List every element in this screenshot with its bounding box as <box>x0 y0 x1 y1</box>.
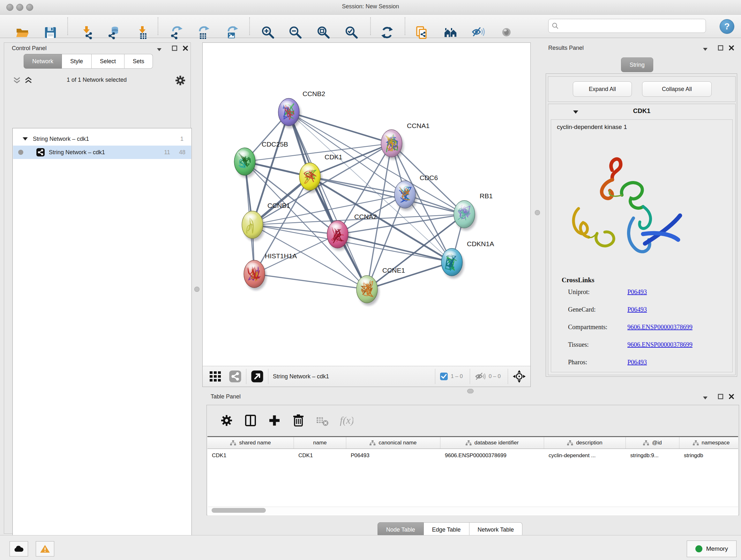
crosslink-value[interactable]: 9606.ENSP00000378699 <box>627 341 692 348</box>
expand-all-button[interactable]: Expand All <box>573 81 632 97</box>
cell-name[interactable]: CDK1 <box>294 452 346 459</box>
node-CCNB1[interactable]: CCNB1 <box>242 202 290 241</box>
export-image-button[interactable] <box>223 24 240 41</box>
table-hscrollbar[interactable] <box>208 507 738 514</box>
tab-network[interactable]: Network <box>23 54 62 69</box>
hscroll-thumb[interactable] <box>212 508 266 513</box>
right-splitter-handle[interactable] <box>535 210 540 215</box>
float-panel-icon[interactable] <box>172 45 178 51</box>
hidden-eye-icon[interactable] <box>475 372 486 381</box>
split-panel-button[interactable] <box>242 412 259 429</box>
close-panel-icon[interactable] <box>182 45 189 51</box>
collapse-panel-icon[interactable] <box>157 48 162 51</box>
column-namespace-icon <box>369 440 376 446</box>
cell-description[interactable]: cyclin-dependent ... <box>544 452 626 459</box>
table-close-icon[interactable] <box>728 393 735 400</box>
delete-column-button[interactable] <box>290 412 307 429</box>
cell-shared-name[interactable]: CDK1 <box>207 452 294 459</box>
open-session-button[interactable] <box>14 24 30 41</box>
grid-mode-icon[interactable] <box>208 370 223 383</box>
zoom-selected-button[interactable] <box>343 24 360 41</box>
node-CCNB2[interactable]: CCNB2 <box>278 90 325 128</box>
node-HIST1H1A[interactable]: HIST1H1A <box>244 252 297 290</box>
delete-table-button[interactable] <box>314 412 331 429</box>
birdseye-view-icon[interactable] <box>251 370 264 383</box>
crosslink-value[interactable]: P06493 <box>627 359 647 366</box>
network-options-gear-icon[interactable] <box>175 75 186 86</box>
node-RB1[interactable]: RB1 <box>454 192 493 231</box>
edge-CCNA2-CDKN1A[interactable] <box>338 234 452 262</box>
selected-checkbox-icon[interactable] <box>440 372 448 381</box>
tab-sets[interactable]: Sets <box>125 54 153 69</box>
cell-database-identifier[interactable]: 9606.ENSP00000378699 <box>441 452 544 459</box>
fit-selected-crosshair-icon[interactable] <box>513 370 526 383</box>
network-overview-button[interactable] <box>442 24 459 41</box>
network-row-selected[interactable]: String Network – cdk1 11 48 <box>13 145 191 159</box>
memory-button[interactable]: Memory <box>687 541 737 557</box>
edge-HIST1H1A-CCNE1[interactable] <box>254 274 367 289</box>
warnings-button[interactable] <box>36 541 54 557</box>
zoom-out-button[interactable] <box>287 24 304 41</box>
node-CCNA1[interactable]: CCNA1 <box>381 122 429 160</box>
search-box[interactable] <box>548 19 706 33</box>
add-column-button[interactable] <box>266 412 283 429</box>
column-header-shared-name[interactable]: shared name <box>207 437 294 449</box>
collapse-all-networks-icon[interactable] <box>12 76 21 84</box>
clone-network-button[interactable] <box>414 24 430 41</box>
import-table-from-file-button[interactable] <box>134 24 151 41</box>
tab-style[interactable]: Style <box>62 54 91 69</box>
edge-CCNB2-RB1[interactable] <box>289 112 464 214</box>
save-session-button[interactable] <box>42 24 59 41</box>
export-network-button[interactable] <box>168 24 185 41</box>
edge-CCNB2-CCNA1[interactable] <box>289 112 392 143</box>
column-header-description[interactable]: description <box>544 437 626 449</box>
results-collapse-icon[interactable] <box>703 47 708 51</box>
edge-CDKN1A-CCNE1[interactable] <box>367 262 452 289</box>
show-all-button[interactable] <box>498 24 515 41</box>
hide-selected-button[interactable] <box>470 24 487 41</box>
column-header-namespace[interactable]: namespace <box>679 437 738 449</box>
column-settings-button[interactable] <box>218 412 235 429</box>
cloud-button[interactable] <box>10 541 28 557</box>
cell-namespace[interactable]: stringdb <box>679 452 738 459</box>
table-collapse-icon[interactable] <box>703 396 708 400</box>
left-splitter-handle[interactable] <box>194 287 199 292</box>
crosslink-value[interactable]: 9606.ENSP00000378699 <box>627 323 692 330</box>
apply-layout-button[interactable] <box>379 24 395 41</box>
column-header-database-identifier[interactable]: database identifier <box>441 437 544 449</box>
column-header-name[interactable]: name <box>294 437 346 449</box>
network-share-gray-icon[interactable] <box>229 370 242 383</box>
node-CDKN1A[interactable]: CDKN1A <box>441 240 494 278</box>
import-network-from-database-button[interactable] <box>105 24 122 41</box>
expand-all-networks-icon[interactable] <box>24 76 33 84</box>
network-edge-count: 48 <box>179 149 185 156</box>
collection-expander-icon[interactable] <box>22 137 28 141</box>
table-float-icon[interactable] <box>718 393 724 400</box>
function-builder-button[interactable]: f(x) <box>338 412 354 429</box>
zoom-in-button[interactable] <box>260 24 276 41</box>
zoom-fit-button[interactable] <box>315 24 332 41</box>
export-table-button[interactable] <box>195 24 211 41</box>
bottom-splitter-handle[interactable] <box>467 389 474 393</box>
results-float-icon[interactable] <box>718 45 724 51</box>
cell-@id[interactable]: stringdb:9... <box>626 452 679 459</box>
cell-canonical-name[interactable]: P06493 <box>346 452 441 459</box>
network-collection-row[interactable]: String Network – cdk1 1 <box>13 132 191 145</box>
search-input[interactable] <box>561 22 702 29</box>
tab-string[interactable]: String <box>621 57 653 72</box>
edge-CCNB2-CCNE1[interactable] <box>289 112 367 289</box>
tab-select[interactable]: Select <box>91 54 125 69</box>
help-button[interactable]: ? <box>720 19 734 34</box>
node-CDK1[interactable]: CDK1 <box>299 153 342 193</box>
crosslink-value[interactable]: P06493 <box>627 288 647 295</box>
table-row[interactable]: CDK1CDK1P064939606.ENSP00000378699cyclin… <box>207 449 738 462</box>
gene-details-box: cyclin-dependent kinase 1 <box>551 119 733 372</box>
column-header-@id[interactable]: @id <box>626 437 679 449</box>
node-CCNE1[interactable]: CCNE1 <box>356 266 405 306</box>
import-network-from-file-button[interactable] <box>78 24 95 41</box>
collapse-all-button[interactable]: Collapse All <box>642 81 712 97</box>
column-header-canonical-name[interactable]: canonical name <box>346 437 441 449</box>
results-close-icon[interactable] <box>728 45 735 51</box>
crosslink-value[interactable]: P06493 <box>627 306 647 313</box>
network-canvas[interactable]: CCNB2 CCNA1 CDC25B CDK1 CDC6 R <box>203 43 530 366</box>
